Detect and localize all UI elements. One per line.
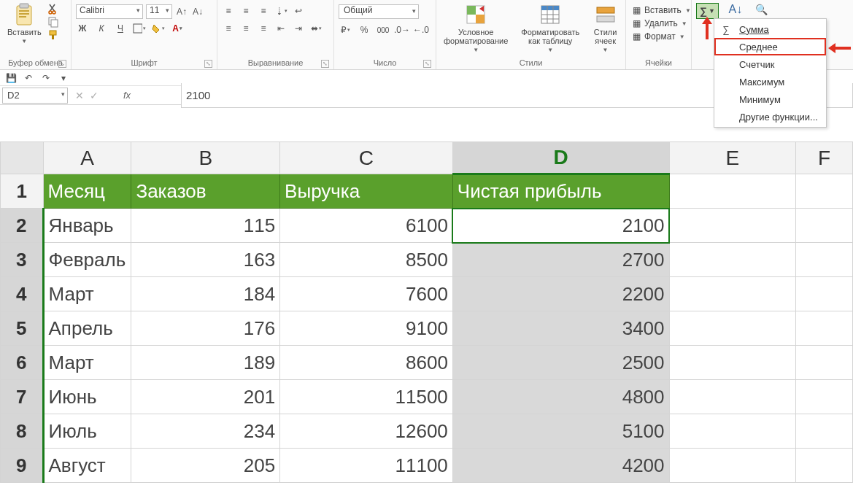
cell-C7[interactable]: 11500	[280, 380, 453, 414]
cell-C2[interactable]: 6100	[280, 209, 453, 243]
launcher-icon[interactable]: ⤡	[58, 60, 66, 68]
cell-D1[interactable]: Чистая прибыль	[452, 174, 669, 209]
cell-F2[interactable]	[796, 209, 853, 243]
menu-average[interactable]: Среднее	[714, 38, 826, 55]
cell-D9[interactable]: 4200	[452, 449, 669, 483]
sort-filter-button[interactable]: A↓	[726, 3, 745, 16]
row-header-9[interactable]: 9	[1, 449, 44, 483]
cell-D2[interactable]: 2100	[452, 209, 669, 243]
cell-D4[interactable]: 2200	[452, 277, 669, 311]
cell-F7[interactable]	[796, 380, 853, 414]
col-header-B[interactable]: B	[131, 142, 280, 174]
cell-B8[interactable]: 234	[131, 414, 280, 449]
row-header-1[interactable]: 1	[1, 174, 44, 209]
cell-E4[interactable]	[669, 277, 796, 311]
cell-F3[interactable]	[796, 243, 853, 277]
row-header-7[interactable]: 7	[1, 380, 44, 414]
cell-E5[interactable]	[669, 311, 796, 346]
menu-sum[interactable]: ∑Сумма	[714, 20, 826, 38]
col-header-D[interactable]: D	[452, 142, 669, 174]
italic-button[interactable]: К	[95, 22, 108, 35]
currency-icon[interactable]: ₽	[339, 23, 352, 36]
menu-min[interactable]: Минимум	[714, 90, 826, 108]
cell-A8[interactable]: Июль	[43, 414, 131, 449]
menu-more-functions[interactable]: Другие функции...	[714, 108, 826, 125]
bold-button[interactable]: Ж	[76, 22, 89, 35]
cell-C8[interactable]: 12600	[280, 414, 453, 449]
format-painter-icon[interactable]	[47, 29, 59, 41]
merge-icon[interactable]: ⬌	[309, 22, 323, 35]
cell-F6[interactable]	[796, 346, 853, 380]
cell-E2[interactable]	[669, 209, 796, 243]
cell-C4[interactable]: 7600	[280, 277, 453, 311]
cell-A3[interactable]: Февраль	[43, 243, 131, 277]
cell-C9[interactable]: 11100	[280, 449, 453, 483]
cancel-formula-icon[interactable]: ✕	[75, 90, 84, 101]
comma-icon[interactable]: 000	[377, 23, 390, 36]
indent-inc-icon[interactable]: ⇥	[292, 22, 305, 35]
font-name-select[interactable]: Calibri	[76, 4, 143, 19]
launcher-icon[interactable]: ⤡	[423, 60, 431, 68]
enter-formula-icon[interactable]: ✓	[90, 90, 99, 101]
cell-F8[interactable]	[796, 414, 853, 449]
cell-A6[interactable]: Март	[43, 346, 131, 380]
align-left-icon[interactable]: ≡	[222, 22, 235, 35]
row-header-8[interactable]: 8	[1, 414, 44, 449]
orientation-icon[interactable]: ⭭	[274, 4, 287, 18]
format-cells-button[interactable]: ▦Формат▼	[630, 31, 691, 42]
cell-A9[interactable]: Август	[43, 449, 131, 483]
align-center-icon[interactable]: ≡	[239, 22, 252, 35]
find-select-button[interactable]: 🔍	[752, 3, 771, 16]
align-middle-icon[interactable]: ≡	[239, 4, 252, 18]
cell-C1[interactable]: Выручка	[280, 174, 453, 209]
fill-color-button[interactable]	[152, 22, 165, 35]
align-bottom-icon[interactable]: ≡	[257, 4, 270, 18]
cell-F1[interactable]	[796, 174, 853, 209]
cell-D5[interactable]: 3400	[452, 311, 669, 346]
paste-button[interactable]: Вставить ▼	[4, 1, 45, 46]
grow-font-icon[interactable]: A↑	[175, 5, 188, 18]
save-icon[interactable]: 💾	[4, 71, 18, 85]
cell-B9[interactable]: 205	[131, 449, 280, 483]
cell-C5[interactable]: 9100	[280, 311, 453, 346]
undo-icon[interactable]: ↶	[22, 71, 35, 85]
cell-A1[interactable]: Месяц	[43, 174, 131, 209]
delete-cells-button[interactable]: ▦Удалить▼	[630, 18, 691, 29]
cell-C6[interactable]: 8600	[280, 346, 453, 380]
launcher-icon[interactable]: ⤡	[321, 60, 329, 68]
menu-count[interactable]: Счетчик	[714, 55, 826, 73]
align-top-icon[interactable]: ≡	[222, 4, 235, 18]
qat-customize-icon[interactable]: ▾	[57, 71, 70, 85]
cell-F9[interactable]	[796, 449, 853, 483]
insert-cells-button[interactable]: ▦Вставить▼	[630, 4, 691, 16]
launcher-icon[interactable]: ⤡	[204, 60, 212, 68]
redo-icon[interactable]: ↷	[39, 71, 53, 85]
indent-dec-icon[interactable]: ⇤	[274, 22, 287, 35]
cell-A7[interactable]: Июнь	[43, 380, 131, 414]
cell-A2[interactable]: Январь	[43, 209, 131, 243]
cell-C3[interactable]: 8500	[280, 243, 453, 277]
select-all-corner[interactable]	[1, 142, 44, 174]
cell-F4[interactable]	[796, 277, 853, 311]
name-box[interactable]: D2	[2, 88, 68, 104]
cell-styles-button[interactable]: Стили ячеек▼	[590, 1, 621, 55]
cell-B5[interactable]: 176	[131, 311, 280, 346]
copy-icon[interactable]	[47, 16, 59, 28]
cell-B6[interactable]: 189	[131, 346, 280, 380]
cell-E6[interactable]	[669, 346, 796, 380]
col-header-E[interactable]: E	[669, 142, 796, 174]
inc-decimal-icon[interactable]: .0→	[395, 23, 409, 36]
wrap-text-icon[interactable]: ↩	[292, 4, 305, 18]
percent-icon[interactable]: %	[358, 23, 371, 36]
cell-D3[interactable]: 2700	[452, 243, 669, 277]
col-header-C[interactable]: C	[280, 142, 453, 174]
cell-B7[interactable]: 201	[131, 380, 280, 414]
cell-D6[interactable]: 2500	[452, 346, 669, 380]
font-color-button[interactable]: A	[171, 22, 184, 35]
cut-icon[interactable]	[47, 3, 59, 15]
align-right-icon[interactable]: ≡	[257, 22, 270, 35]
dec-decimal-icon[interactable]: ←.0	[414, 23, 428, 36]
cell-A4[interactable]: Март	[43, 277, 131, 311]
menu-max[interactable]: Максимум	[714, 73, 826, 90]
cell-D8[interactable]: 5100	[452, 414, 669, 449]
